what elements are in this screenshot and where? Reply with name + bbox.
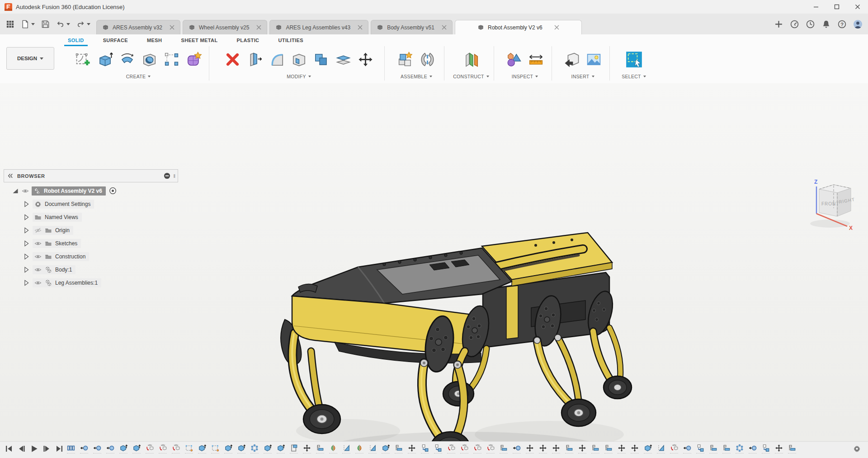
gear-icon[interactable] — [34, 200, 42, 208]
collapse-panel-icon[interactable] — [7, 172, 14, 179]
timeline-settings-gear-icon[interactable] — [853, 445, 861, 453]
tl-component-feature[interactable] — [460, 444, 468, 453]
tl-move-feature[interactable] — [526, 444, 534, 453]
canvas-button[interactable] — [585, 50, 604, 69]
extensions-button[interactable] — [788, 18, 800, 30]
tl-align-feature[interactable] — [565, 444, 573, 453]
viewport-canvas[interactable]: FRONT RIGHT Z X BROWSER ‖ Robot Assembly… — [0, 83, 868, 458]
tl-component-feature[interactable] — [159, 444, 167, 453]
eye-icon[interactable] — [34, 279, 42, 286]
tool-redo[interactable] — [73, 17, 94, 31]
tree-node-label[interactable]: Document Settings — [45, 201, 90, 207]
tree-node-label[interactable]: Body:1 — [55, 267, 72, 273]
press-pull-button[interactable] — [245, 50, 264, 69]
tree-node-label[interactable]: Construction — [55, 253, 85, 260]
select-button[interactable] — [624, 50, 643, 69]
close-tab-icon[interactable] — [358, 25, 363, 30]
tl-component-feature[interactable] — [172, 444, 180, 453]
tl-extrude-feature[interactable] — [224, 444, 232, 453]
tl-extrude-feature[interactable] — [237, 444, 245, 453]
tl-move-feature[interactable] — [408, 444, 416, 453]
tl-align-feature[interactable] — [604, 444, 613, 453]
tree-row[interactable]: Origin — [4, 224, 178, 237]
tl-pattern-feature[interactable] — [250, 444, 259, 453]
expander-collapsed-icon[interactable] — [23, 266, 30, 273]
ribbon-tab[interactable]: SHEET METAL — [180, 36, 218, 44]
tl-extrude-feature[interactable] — [264, 444, 272, 453]
eye-icon[interactable] — [34, 253, 42, 260]
minimize-panel-icon[interactable] — [164, 172, 170, 179]
recent-button[interactable] — [804, 18, 816, 30]
tl-component-feature[interactable] — [486, 444, 495, 453]
expander-expanded-icon[interactable] — [12, 187, 19, 195]
tl-extrude-feature[interactable] — [382, 444, 390, 453]
tree-row-root[interactable]: Robot Assembly V2 v6 — [4, 184, 178, 197]
root-node-label[interactable]: Robot Assembly V2 v6 — [44, 188, 102, 194]
group-label-insert[interactable]: INSERT — [556, 72, 609, 81]
tl-mirror-pair-feature[interactable] — [329, 444, 337, 453]
extrude-button[interactable] — [96, 50, 115, 69]
inspect-shapes-button[interactable] — [505, 50, 524, 69]
group-label-assemble[interactable]: ASSEMBLE — [389, 72, 444, 81]
tl-move-feature[interactable] — [303, 444, 311, 453]
document-tab[interactable]: Wheel Assembly v25 — [183, 20, 267, 34]
tool-file-new[interactable] — [18, 17, 38, 31]
split-body-button[interactable] — [334, 50, 353, 69]
tl-align-feature[interactable] — [722, 444, 731, 453]
revolve-button[interactable] — [118, 50, 137, 69]
measure-button[interactable] — [527, 50, 546, 69]
tl-mirror-half-feature[interactable] — [368, 444, 377, 453]
tl-sketch-feature[interactable] — [211, 444, 219, 453]
tl-align-feature[interactable] — [316, 444, 324, 453]
tree-node-label[interactable]: Named Views — [45, 214, 78, 220]
ribbon-tab[interactable]: PLASTIC — [236, 36, 260, 44]
account-button[interactable] — [852, 18, 863, 30]
group-label-modify[interactable]: MODIFY — [213, 72, 384, 81]
pb-skip-start-button[interactable] — [5, 444, 13, 453]
pattern-button[interactable] — [162, 50, 181, 69]
pb-step-forward-button[interactable] — [42, 444, 51, 453]
pb-step-back-button[interactable] — [17, 444, 26, 453]
ribbon-tab[interactable]: MESH — [146, 36, 163, 44]
close-tab-icon[interactable] — [554, 25, 559, 30]
tl-align-feature[interactable] — [788, 444, 796, 453]
eye-off-icon[interactable] — [34, 227, 42, 234]
workspace-selector[interactable]: DESIGN — [6, 47, 54, 70]
tl-joint-feature[interactable] — [749, 444, 757, 453]
group-label-construct[interactable]: CONSTRUCT — [448, 72, 494, 81]
panel-grip[interactable]: ‖ — [173, 173, 175, 179]
tl-joint-feature[interactable] — [93, 444, 101, 453]
combine-button[interactable] — [311, 50, 330, 69]
tl-mirror-pair-feature[interactable] — [355, 444, 363, 453]
pb-play-button[interactable] — [30, 444, 38, 453]
expander-collapsed-icon[interactable] — [23, 240, 30, 247]
tl-component-feature[interactable] — [473, 444, 481, 453]
eye-icon[interactable] — [34, 266, 42, 273]
create-sketch-button[interactable] — [74, 50, 93, 69]
delete-button[interactable] — [223, 50, 242, 69]
tl-component-feature[interactable] — [146, 444, 154, 453]
close-tab-icon[interactable] — [170, 25, 175, 30]
expander-collapsed-icon[interactable] — [23, 214, 30, 221]
tree-row[interactable]: Document Settings — [4, 197, 178, 210]
tl-groups-feature[interactable] — [67, 444, 75, 453]
pb-skip-end-button[interactable] — [55, 444, 64, 453]
joint-button[interactable] — [418, 50, 437, 69]
insert-derive-button[interactable] — [562, 50, 581, 69]
tl-component-feature[interactable] — [670, 444, 678, 453]
tl-extrude-feature[interactable] — [198, 444, 206, 453]
tl-mirror-half-feature[interactable] — [657, 444, 665, 453]
tl-extrude-feature[interactable] — [119, 444, 127, 453]
notifications-button[interactable] — [820, 18, 832, 30]
tree-node-label[interactable]: Origin — [55, 227, 70, 234]
close-tab-icon[interactable] — [256, 25, 261, 30]
tl-flag-feature[interactable] — [290, 444, 298, 453]
group-label-select[interactable]: SELECT — [614, 72, 654, 81]
document-tab[interactable]: ARES Leg Assemblies v43 — [269, 20, 368, 34]
tl-extrude-feature[interactable] — [277, 444, 285, 453]
tl-new-component-feature[interactable] — [434, 444, 442, 453]
folder-icon[interactable] — [34, 214, 42, 221]
fillet-button[interactable] — [267, 50, 286, 69]
document-tab[interactable]: Body Assembly v51 — [371, 20, 453, 34]
tree-row[interactable]: Body:1 — [4, 263, 178, 276]
